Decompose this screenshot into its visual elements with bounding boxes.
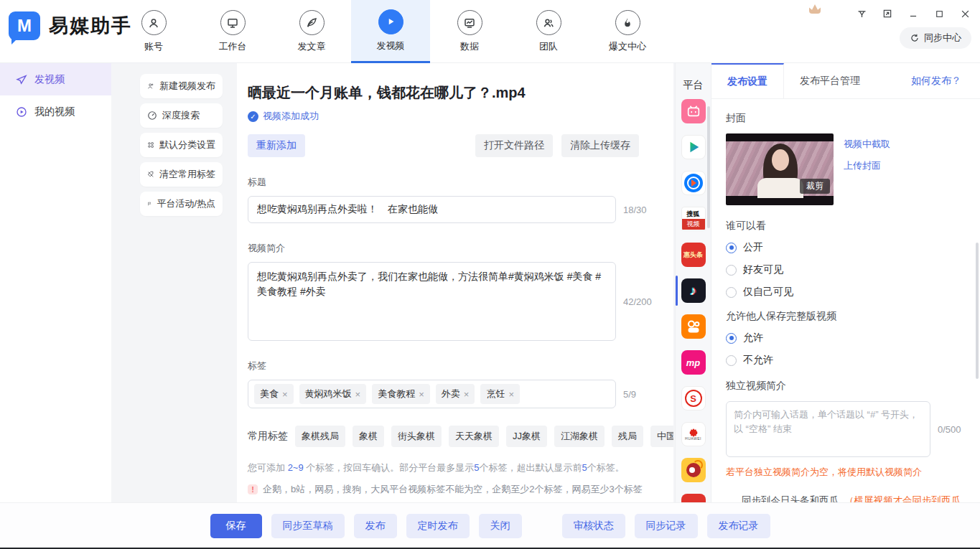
new-video-publish-button[interactable]: 新建视频发布 <box>140 74 223 98</box>
tab-platform-management[interactable]: 发布平台管理 <box>784 63 876 98</box>
cover-thumbnail[interactable]: 裁剪 <box>726 133 834 205</box>
sync-to-draft-button[interactable]: 同步至草稿 <box>271 514 345 538</box>
crop-button[interactable]: 裁剪 <box>800 179 830 194</box>
platform-icon-sogou[interactable]: S <box>681 386 706 410</box>
visibility-option-private[interactable]: 仅自己可见 <box>726 286 966 299</box>
tag-chip: 美食 <box>254 384 294 404</box>
publish-records-button[interactable]: 发布记录 <box>707 514 770 538</box>
action-button-label: 清空常用标签 <box>159 168 215 181</box>
remove-tag-icon[interactable] <box>508 389 514 400</box>
topbar: M 易媒助手 账号 工作台 发文章 发视频 <box>0 0 980 63</box>
save-option-allow[interactable]: 允许 <box>726 332 966 344</box>
tag-label: 美食 <box>260 388 279 400</box>
vip-crown-icon <box>809 4 821 14</box>
nav-item-hot-center[interactable]: 爆文中心 <box>588 0 667 63</box>
nav-label: 账号 <box>144 40 163 53</box>
independent-desc-textarea[interactable] <box>726 401 930 457</box>
flame-icon <box>615 10 640 35</box>
clear-common-tags-button[interactable]: 清空常用标签 <box>140 162 223 187</box>
visibility-option-friends[interactable]: 好友可见 <box>726 263 966 276</box>
filter-menu-icon[interactable] <box>854 6 869 22</box>
platform-icon-sohu-video[interactable]: 搜狐 视频 <box>681 207 706 231</box>
common-tag[interactable]: 象棋 <box>353 426 384 447</box>
team-people-icon <box>536 10 561 35</box>
common-tag[interactable]: 街头象棋 <box>391 426 442 447</box>
settings-scrollbar[interactable] <box>976 243 979 379</box>
common-tag[interactable]: JJ象棋 <box>506 426 547 447</box>
save-option-deny[interactable]: 不允许 <box>726 354 966 367</box>
radio-icon <box>726 265 737 276</box>
platform-icon-dafeng-mp[interactable]: mp <box>681 350 706 375</box>
nav-item-account[interactable]: 账号 <box>114 0 193 63</box>
upload-status: 视频添加成功 <box>248 110 673 123</box>
capture-from-video-link[interactable]: 视频中截取 <box>844 138 890 151</box>
desc-textarea[interactable]: 想吃黄焖鸡别再点外卖了，我们在家也能做，方法很简单#黄焖鸡米饭 #美食 #美食教… <box>248 262 616 341</box>
remove-tag-icon[interactable] <box>419 389 424 400</box>
visibility-section-label: 谁可以看 <box>726 220 966 233</box>
nav-label: 爆文中心 <box>609 40 646 53</box>
scheduled-publish-button[interactable]: 定时发布 <box>406 514 470 538</box>
clear-upload-cache-button[interactable]: 清除上传缓存 <box>561 134 639 157</box>
app-logo-icon: M <box>9 11 40 40</box>
save-permission-label: 允许他人保存完整版视频 <box>726 310 966 323</box>
deep-search-button[interactable]: 深度搜索 <box>140 103 223 128</box>
common-tag[interactable]: 江湖象棋 <box>554 426 605 447</box>
tags-counter: 5/9 <box>623 389 636 400</box>
sync-records-button[interactable]: 同步记录 <box>635 514 698 538</box>
review-status-button[interactable]: 审核状态 <box>562 514 625 538</box>
common-tag[interactable]: 天天象棋 <box>449 426 499 447</box>
visibility-option-public[interactable]: 公开 <box>726 241 966 254</box>
nav-item-data[interactable]: 数据 <box>430 0 509 63</box>
tag-chip: 外卖 <box>436 384 475 404</box>
nav-item-publish-article[interactable]: 发文章 <box>272 0 351 63</box>
nav-item-team[interactable]: 团队 <box>509 0 588 63</box>
remove-tag-icon[interactable] <box>282 389 288 400</box>
platform-icon-bilibili[interactable] <box>681 99 706 123</box>
platform-icon-huawei[interactable]: HUAWEI <box>681 422 706 446</box>
platform-icon-weibo[interactable] <box>681 458 706 482</box>
re-add-button[interactable]: 重新添加 <box>248 134 305 157</box>
main-editor-panel: 晒最近一个月账单，钱都花在哪儿了？.mp4 视频添加成功 重新添加 打开文件路径… <box>237 63 673 502</box>
platform-icon-tencent-video[interactable] <box>681 135 706 159</box>
remove-tag-icon[interactable] <box>464 389 470 400</box>
publish-button[interactable]: 发布 <box>354 514 397 538</box>
platform-icon-douyin[interactable] <box>681 278 706 303</box>
sync-center-button[interactable]: 同步中心 <box>900 27 971 49</box>
platform-icon-huitoutiao[interactable]: 惠头条 <box>681 243 706 267</box>
common-tag[interactable]: 中国象棋 <box>650 426 673 447</box>
title-field-label: 标题 <box>248 176 673 189</box>
nav-item-publish-video[interactable]: 发视频 <box>351 0 430 63</box>
popout-icon[interactable] <box>879 6 895 22</box>
tags-hint: 您可添加 2~9 个标签，按回车确认。部分平台最多显示5个标签，超出默认显示前5… <box>248 461 673 474</box>
how-to-publish-link[interactable]: 如何发布？ <box>911 63 961 99</box>
close-button[interactable]: 关闭 <box>479 514 522 538</box>
common-tag[interactable]: 残局 <box>612 426 643 447</box>
platform-icon-kuaishou[interactable] <box>681 314 706 339</box>
common-tag[interactable]: 象棋残局 <box>295 426 345 447</box>
upload-cover-link[interactable]: 上传封面 <box>844 159 890 172</box>
tag-label: 美食教程 <box>378 388 415 400</box>
left-sidebar: 发视频 我的视频 <box>0 63 111 502</box>
file-buttons-row: 重新添加 打开文件路径 清除上传缓存 <box>248 134 639 157</box>
action-button-label: 默认分类设置 <box>159 139 215 151</box>
sidebar-item-my-videos[interactable]: 我的视频 <box>0 95 111 128</box>
platform-icon-more[interactable] <box>681 494 706 502</box>
close-icon[interactable] <box>957 6 973 22</box>
default-category-settings-button[interactable]: 默认分类设置 <box>140 133 223 157</box>
minimize-icon[interactable] <box>905 6 921 22</box>
platform-icon-youku[interactable] <box>681 171 706 195</box>
nav-item-workbench[interactable]: 工作台 <box>193 0 272 63</box>
title-counter: 18/30 <box>623 205 647 215</box>
maximize-icon[interactable] <box>931 6 947 22</box>
sidebar-item-publish-video[interactable]: 发视频 <box>0 63 111 95</box>
settings-tabs: 发布设置 发布平台管理 如何发布？ <box>711 63 980 99</box>
save-button[interactable]: 保存 <box>210 514 262 538</box>
platform-activity-button[interactable]: 平台活动/热点 <box>140 192 223 216</box>
remove-tag-icon[interactable] <box>355 389 361 400</box>
tab-publish-settings[interactable]: 发布设置 <box>711 63 784 98</box>
nav-label: 团队 <box>539 40 558 53</box>
play-circle-icon <box>16 106 27 118</box>
tags-input[interactable]: 美食 黄焖鸡米饭 美食教程 外卖 烹饪 <box>248 380 616 408</box>
open-file-path-button[interactable]: 打开文件路径 <box>475 134 553 157</box>
title-input[interactable] <box>248 196 616 223</box>
